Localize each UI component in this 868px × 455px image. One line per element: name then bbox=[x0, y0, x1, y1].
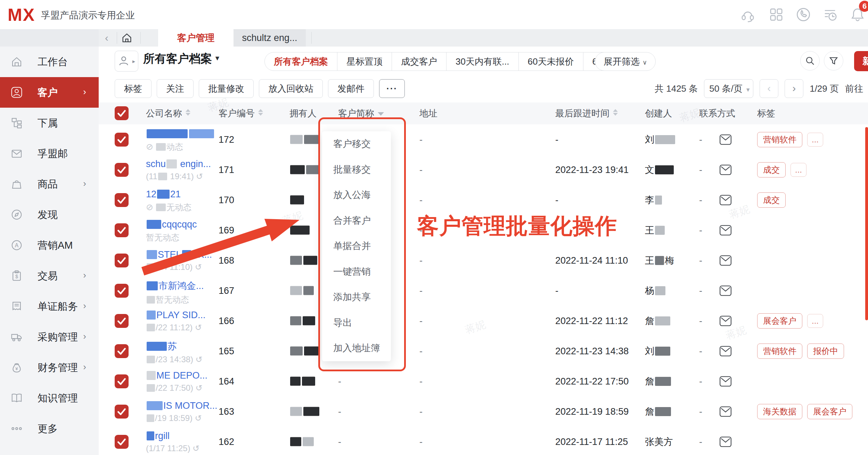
send-email-icon[interactable] bbox=[719, 255, 732, 266]
send-email-icon[interactable] bbox=[719, 285, 732, 296]
company-cell[interactable]: 苏 /23 14:38) ↺ bbox=[146, 340, 204, 364]
company-name-link[interactable]: schu engin... bbox=[146, 159, 211, 169]
row-checkbox[interactable] bbox=[115, 374, 129, 388]
sidebar-item-doc[interactable]: 单证船务› bbox=[0, 291, 99, 322]
tab-customer-management[interactable]: 客户管理 bbox=[158, 29, 234, 47]
company-name-link[interactable]: rgill bbox=[146, 431, 201, 441]
view-title[interactable]: 所有客户档案▼ bbox=[143, 51, 221, 67]
table-row[interactable]: ⊘动态 172 - - 刘 - 营销软件... bbox=[99, 124, 868, 155]
sidebar-item-more[interactable]: 更多 bbox=[0, 413, 99, 444]
row-checkbox[interactable] bbox=[115, 344, 129, 358]
send-email-icon[interactable] bbox=[719, 195, 732, 206]
send-email-icon[interactable] bbox=[719, 346, 732, 357]
column-header-6[interactable]: 最后跟进时间 bbox=[555, 102, 618, 124]
table-row[interactable]: ME DEPO... /22 17:50) ↺ 164 - - 2022-11-… bbox=[99, 366, 868, 397]
table-row[interactable]: schu engin... (11 19:41) ↺ 171 - 2022-11… bbox=[99, 155, 868, 185]
send-email-icon[interactable] bbox=[719, 406, 732, 417]
company-cell[interactable]: ⊘动态 bbox=[146, 129, 215, 152]
company-cell[interactable]: IS MOTOR... /19 18:59) ↺ bbox=[146, 400, 218, 423]
send-email-icon[interactable] bbox=[719, 134, 732, 145]
apps-grid-icon[interactable] bbox=[769, 7, 784, 22]
task-history-icon[interactable] bbox=[823, 7, 838, 22]
headset-icon[interactable] bbox=[740, 7, 755, 22]
row-checkbox[interactable] bbox=[115, 435, 129, 449]
action-button-4[interactable]: 放入回收站 bbox=[259, 79, 323, 98]
next-page-button[interactable]: › bbox=[785, 79, 803, 98]
prev-page-button[interactable]: ‹ bbox=[760, 79, 778, 98]
action-button-1[interactable]: 标签 bbox=[115, 79, 152, 98]
more-tags-chip[interactable]: ... bbox=[807, 133, 823, 147]
phone-bubble-icon[interactable] bbox=[796, 7, 811, 22]
send-email-icon[interactable] bbox=[719, 164, 732, 175]
sidebar-item-bag[interactable]: 商品› bbox=[0, 169, 99, 199]
action-button-2[interactable]: 关注 bbox=[157, 79, 194, 98]
quick-filter-3[interactable]: 成交客户 bbox=[392, 52, 447, 71]
row-checkbox[interactable] bbox=[115, 254, 129, 267]
send-email-icon[interactable] bbox=[719, 225, 732, 236]
page-size-select[interactable]: 50 条/页▼ bbox=[704, 79, 753, 98]
row-checkbox[interactable] bbox=[115, 405, 129, 419]
select-all-checkbox[interactable] bbox=[115, 106, 129, 120]
contact-dash: - bbox=[699, 195, 702, 205]
action-button-3[interactable]: 批量修改 bbox=[199, 79, 254, 98]
more-tags-chip[interactable]: ... bbox=[791, 163, 806, 177]
sort-icon[interactable] bbox=[258, 109, 263, 116]
sidebar-item-home[interactable]: 工作台 bbox=[0, 47, 99, 77]
sort-icon[interactable] bbox=[186, 109, 190, 116]
row-checkbox[interactable] bbox=[115, 223, 129, 237]
sidebar-item-org[interactable]: 下属 bbox=[0, 108, 99, 138]
filter-funnel-button[interactable] bbox=[824, 51, 843, 71]
company-name-link[interactable]: PLAY SID... bbox=[146, 310, 206, 321]
quick-filter-1[interactable]: 所有客户档案 bbox=[264, 52, 337, 71]
tag-chip: 报价中 bbox=[807, 344, 844, 359]
red-scrollbar[interactable] bbox=[865, 127, 868, 320]
new-customer-button[interactable]: 新 bbox=[854, 51, 868, 71]
row-checkbox[interactable] bbox=[115, 284, 129, 298]
tab-back-chevron[interactable]: ‹ bbox=[105, 32, 108, 44]
customer-no: 166 bbox=[219, 315, 234, 326]
quick-filter-5[interactable]: 60天未报价 bbox=[518, 52, 583, 71]
send-email-icon[interactable] bbox=[719, 376, 732, 387]
company-cell[interactable]: ME DEPO... /22 17:50) ↺ bbox=[146, 370, 207, 393]
company-name-link[interactable]: 1221 bbox=[146, 189, 193, 200]
send-email-icon[interactable] bbox=[719, 315, 732, 326]
company-cell[interactable]: schu engin... (11 19:41) ↺ bbox=[146, 159, 211, 181]
home-tab-icon[interactable] bbox=[121, 32, 133, 45]
company-name-link[interactable]: 苏 bbox=[146, 340, 204, 353]
sidebar-item-deal[interactable]: $ 交易› bbox=[0, 260, 99, 291]
expand-filters-button[interactable]: 展开筛选∨ bbox=[595, 52, 656, 71]
sort-icon[interactable] bbox=[613, 109, 618, 116]
row-checkbox[interactable] bbox=[115, 314, 129, 328]
more-actions-button[interactable]: ··· bbox=[379, 79, 405, 98]
sidebar-item-compass[interactable]: 发现 bbox=[0, 199, 99, 230]
row-checkbox[interactable] bbox=[115, 193, 129, 207]
company-cell[interactable]: PLAY SID... /22 11:12) ↺ bbox=[146, 310, 206, 332]
quick-filter-2[interactable]: 星标置顶 bbox=[337, 52, 392, 71]
column-header-1[interactable]: 公司名称 bbox=[146, 102, 190, 124]
more-tags-chip[interactable]: ... bbox=[807, 314, 823, 328]
sidebar-item-mail[interactable]: 孚盟邮 bbox=[0, 138, 99, 169]
company-name-link[interactable]: ME DEPO... bbox=[146, 370, 207, 381]
search-button[interactable] bbox=[800, 51, 820, 71]
tag-chip: 成交 bbox=[757, 162, 786, 177]
company-cell[interactable]: rgill (1/17 11:25) ↺ bbox=[146, 431, 201, 453]
sidebar-item-truck[interactable]: 采购管理› bbox=[0, 322, 99, 352]
table-row[interactable]: 苏 /23 14:38) ↺ 165 - 2022-11-23 14:38 刘 … bbox=[99, 336, 868, 366]
send-email-icon[interactable] bbox=[719, 436, 732, 447]
table-row[interactable]: IS MOTOR... /19 18:59) ↺ 163 - - 2022-11… bbox=[99, 396, 868, 427]
sidebar-item-acircle[interactable]: A 营销AM bbox=[0, 230, 99, 260]
goto-page-link[interactable]: 前往 bbox=[845, 83, 863, 95]
company-name-link[interactable] bbox=[146, 129, 215, 139]
sidebar-item-person[interactable]: 客户› bbox=[0, 77, 99, 108]
sort-down-icon[interactable] bbox=[378, 112, 384, 116]
sidebar-item-book[interactable]: 知识管理 bbox=[0, 383, 99, 413]
sidebar-item-money[interactable]: ¥ 财务管理› bbox=[0, 352, 99, 383]
action-button-5[interactable]: 发邮件 bbox=[328, 79, 374, 98]
table-row[interactable]: rgill (1/17 11:25) ↺ 162 - - 2022-11-17 … bbox=[99, 427, 868, 455]
tab-schultz[interactable]: schultz eng... bbox=[234, 29, 306, 47]
company-name-link[interactable]: IS MOTOR... bbox=[146, 400, 218, 411]
row-checkbox[interactable] bbox=[115, 163, 129, 177]
owner-filter-button[interactable]: ▸ bbox=[115, 51, 138, 72]
row-checkbox[interactable] bbox=[115, 133, 129, 147]
quick-filter-4[interactable]: 30天内有联... bbox=[446, 52, 519, 71]
